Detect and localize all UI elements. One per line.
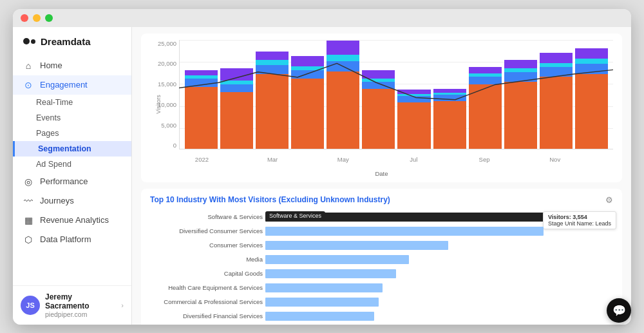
hbar-row-label: Diversified Financial Services <box>150 312 263 319</box>
sidebar-item-revenue-label: Revenue Analytics <box>40 215 109 225</box>
sidebar-item-engagement-label: Engagement <box>40 80 88 90</box>
sidebar-item-performance[interactable]: ◎ Performance <box>13 172 131 191</box>
hbar-row-label: Diversified Consumer Services <box>150 227 263 234</box>
hbar-row[interactable]: Capital Goods <box>150 267 613 281</box>
sidebar-item-home-label: Home <box>40 61 62 70</box>
hbar-fill: Software & Services <box>265 213 574 222</box>
sidebar-item-dataplatform-label: Data Platform <box>40 234 91 244</box>
hbar-fill <box>265 227 544 236</box>
hbar-fill <box>265 255 409 264</box>
settings-icon[interactable]: ⚙ <box>605 195 613 205</box>
user-chevron-icon: › <box>121 301 124 309</box>
sidebar-item-realtime-label: Real-Time <box>36 98 73 107</box>
avatar: JS <box>21 296 40 315</box>
bar-group <box>469 40 502 149</box>
bar-group <box>433 40 466 149</box>
data-icon: ⬡ <box>23 234 33 245</box>
hbar-row-label: Software & Services <box>150 213 263 220</box>
sidebar-item-pages-label: Pages <box>36 129 59 138</box>
hbar-chart: Software & ServicesSoftware & ServicesVi… <box>150 210 613 325</box>
main-content: Visitors 25,000 20,000 15,000 10,000 5,0… <box>132 27 631 325</box>
user-info: Jeremy Sacramento piedpiper.com <box>45 292 116 318</box>
bar-group <box>185 40 218 149</box>
sidebar-footer[interactable]: JS Jeremy Sacramento piedpiper.com › <box>13 285 131 325</box>
bar-group <box>362 40 395 149</box>
close-dot[interactable] <box>21 14 28 22</box>
x-axis-labels: 2022 Mar May Jul Sep Nov <box>179 151 613 169</box>
sidebar-item-performance-label: Performance <box>40 176 88 186</box>
hbar-row-label: Commercial & Professional Services <box>150 298 263 305</box>
sidebar-item-adspend[interactable]: Ad Spend <box>13 157 131 172</box>
minimize-dot[interactable] <box>33 14 41 22</box>
logo-dot-small <box>31 39 35 44</box>
home-icon: ⌂ <box>23 61 33 71</box>
hbar-row[interactable]: Diversified Consumer Services <box>150 224 613 238</box>
hbar-fill <box>265 312 374 321</box>
performance-icon: ◎ <box>23 176 33 187</box>
hbar-row-label: Consumer Services <box>150 242 263 249</box>
bar-group <box>575 40 608 149</box>
hbar-row[interactable]: Diversified Financial Services <box>150 309 613 323</box>
sidebar-item-realtime[interactable]: Real-Time <box>13 95 131 110</box>
sidebar-item-dataplatform[interactable]: ⬡ Data Platform <box>13 230 131 249</box>
hbar-track <box>265 269 613 278</box>
sidebar-item-revenue[interactable]: ▦ Revenue Analytics <box>13 211 131 230</box>
x-axis-title: Date <box>150 170 613 177</box>
bar-chart-area: Visitors 25,000 20,000 15,000 10,000 5,0… <box>150 40 613 169</box>
bar-group <box>220 40 253 149</box>
hbar-fill <box>265 298 379 307</box>
bar-group <box>327 40 359 149</box>
bar-group <box>540 40 573 149</box>
sidebar-item-home[interactable]: ⌂ Home <box>13 56 131 75</box>
hbar-fill <box>265 269 396 278</box>
engagement-icon: ⊙ <box>23 80 33 90</box>
revenue-icon: ▦ <box>23 215 33 225</box>
hbar-track <box>265 241 613 250</box>
logo-icon <box>23 38 35 44</box>
hbar-fill <box>265 241 448 250</box>
sidebar-item-journeys[interactable]: 〰 Journeys <box>13 191 131 211</box>
hbar-row[interactable]: Health Care Equipment & Services <box>150 281 613 295</box>
hbar-row[interactable]: Commercial & Professional Services <box>150 295 613 309</box>
hbar-row-label: Health Care Equipment & Services <box>150 284 263 291</box>
hbar-track: Software & ServicesVisitors: 3,554Stage … <box>265 213 613 222</box>
nav-section: ⌂ Home ⊙ Engagement Real-Time Events Pag… <box>13 53 131 285</box>
hbar-track <box>265 312 613 321</box>
journeys-icon: 〰 <box>23 196 33 206</box>
sidebar-item-segmentation[interactable]: Segmentation <box>13 141 131 157</box>
sidebar-item-events[interactable]: Events <box>13 110 131 126</box>
chat-button[interactable]: 💬 <box>607 298 631 323</box>
section-header: Top 10 Industry With Most Visitors (Excl… <box>150 195 613 205</box>
hbar-row[interactable]: Retailing <box>150 323 613 325</box>
hbar-track <box>265 283 613 292</box>
maximize-dot[interactable] <box>45 14 53 22</box>
hbar-row[interactable]: Consumer Services <box>150 238 613 252</box>
hbar-track <box>265 227 613 236</box>
y-axis: 25,000 20,000 15,000 10,000 5,000 0 <box>150 40 179 149</box>
sidebar: Dreamdata ⌂ Home ⊙ Engagement Real-Time … <box>13 27 132 325</box>
logo-area: Dreamdata <box>13 27 131 53</box>
sidebar-item-adspend-label: Ad Spend <box>36 160 71 169</box>
logo-text: Dreamdata <box>41 36 91 47</box>
chart-plot <box>179 40 613 149</box>
hbar-row-label: Capital Goods <box>150 270 263 277</box>
sidebar-item-pages[interactable]: Pages <box>13 126 131 141</box>
hbar-track <box>265 298 613 307</box>
bar-group <box>397 40 430 149</box>
sidebar-item-events-label: Events <box>36 113 61 122</box>
bar-chart-container: Visitors 25,000 20,000 15,000 10,000 5,0… <box>141 33 622 182</box>
hbar-row[interactable]: Software & ServicesSoftware & ServicesVi… <box>150 210 613 224</box>
bar-group <box>291 40 324 149</box>
sidebar-item-segmentation-label: Segmentation <box>38 144 91 153</box>
hbar-track <box>265 255 613 264</box>
logo-dot-big <box>23 38 30 44</box>
content-area: Dreamdata ⌂ Home ⊙ Engagement Real-Time … <box>13 27 631 325</box>
sidebar-item-journeys-label: Journeys <box>40 196 74 205</box>
hbar-row-label: Media <box>150 256 263 263</box>
bar-group <box>256 40 289 149</box>
sidebar-item-engagement[interactable]: ⊙ Engagement <box>13 75 131 95</box>
user-email: piedpiper.com <box>45 310 116 318</box>
hbar-chart-container: Top 10 Industry With Most Visitors (Excl… <box>141 189 622 325</box>
hbar-row[interactable]: Media <box>150 252 613 267</box>
app-window: Dreamdata ⌂ Home ⊙ Engagement Real-Time … <box>13 9 631 325</box>
